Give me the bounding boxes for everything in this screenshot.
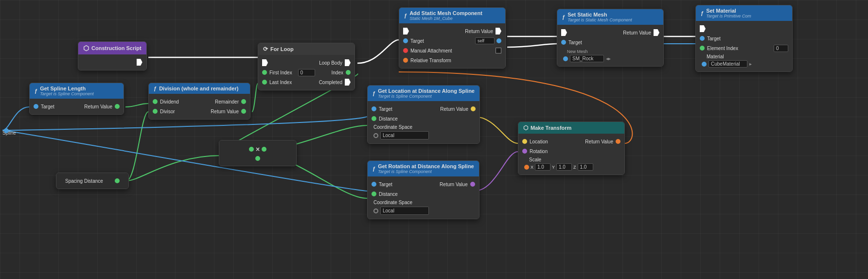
- setstaticmesh-title: Set Static Mesh: [567, 12, 632, 17]
- division-dividend-pin: [153, 99, 158, 104]
- forloop-loopbody-out[interactable]: [345, 59, 351, 66]
- addmesh-returnval-label: Return Value: [409, 29, 496, 34]
- setmaterial-material-input[interactable]: [709, 60, 747, 68]
- getlocation-target-label: Target: [376, 106, 424, 112]
- multiply-in1-pin: [249, 147, 254, 152]
- setstaticmesh-exec-in[interactable]: [561, 29, 567, 36]
- splinelength-header: ƒ Get Spline Length Target is Spline Com…: [30, 83, 124, 99]
- forloop-firstindex-input[interactable]: [298, 69, 315, 76]
- setstaticmesh-mesh-input[interactable]: [570, 55, 604, 62]
- setmaterial-subtitle: Target is Primitive Com: [706, 14, 751, 18]
- construction-script-header: ⬡ Construction Script: [78, 42, 146, 54]
- division-node: ƒ Division (whole and remainder) Dividen…: [148, 83, 250, 120]
- addmesh-title: Add Static Mesh Component: [409, 10, 482, 16]
- addmesh-target-label: Target: [408, 38, 475, 44]
- addmesh-reltransform-pin: [403, 58, 408, 63]
- addmesh-manualattach-pin: [403, 48, 408, 53]
- setmaterial-exec-in[interactable]: [700, 25, 706, 32]
- forloop-completed-out[interactable]: [345, 79, 351, 86]
- addmesh-header: ƒ Add Static Mesh Component Static Mesh …: [399, 8, 505, 23]
- get-location-node: ƒ Get Location at Distance Along Spline …: [367, 85, 480, 144]
- maketransform-x-input[interactable]: [535, 163, 550, 171]
- setstaticmesh-returnval-label: Return Value: [567, 30, 654, 35]
- spacing-distance-node: Spacing Distance: [56, 173, 129, 189]
- addmesh-subtitle: Static Mesh 1M_Cube: [409, 16, 482, 21]
- division-title: Division (whole and remainder): [159, 86, 238, 91]
- getrotation-header: ƒ Get Rotation at Distance Along Spline …: [368, 161, 479, 176]
- setmaterial-elemidx-input[interactable]: [774, 45, 788, 52]
- maketransform-title: Make Transform: [531, 125, 571, 131]
- addmesh-reltransform-label: Relative Transform: [408, 58, 501, 63]
- getrotation-target-label: Target: [376, 182, 423, 187]
- setmaterial-header: ƒ Set Material Target is Primitive Com: [696, 5, 792, 21]
- construction-script-title: Construction Script: [91, 45, 142, 51]
- getlocation-target-pin: [372, 106, 376, 111]
- maketransform-z-label: Z: [573, 165, 576, 170]
- addmesh-exec-in[interactable]: [403, 28, 409, 35]
- setmaterial-title: Set Material: [706, 8, 751, 14]
- maketransform-z-input[interactable]: [578, 163, 593, 171]
- division-divisor-pin: [153, 109, 158, 114]
- loop-body-label: Loop Body: [268, 60, 345, 66]
- construction-exec-out[interactable]: [137, 59, 142, 66]
- maketransform-x-label: X: [531, 165, 533, 170]
- set-static-mesh-node: ƒ Set Static Mesh Target is Static Mesh …: [557, 9, 664, 67]
- maketransform-y-label: Y: [552, 165, 555, 170]
- setmaterial-elemidx-label: Element Index: [705, 46, 772, 51]
- addmesh-manual-checkbox[interactable]: [496, 48, 501, 53]
- division-return-pin: [241, 109, 246, 114]
- setmaterial-target-label: Target: [705, 36, 788, 41]
- getlocation-distance-pin: [372, 116, 376, 121]
- splinelength-target-label: Target: [38, 104, 77, 109]
- addmesh-self-input[interactable]: [475, 37, 495, 44]
- forloop-firstindex-label: First Index: [267, 70, 298, 75]
- forloop-title: For Loop: [270, 46, 294, 52]
- spacing-out-pin: [115, 178, 120, 183]
- division-remainder-pin: [241, 99, 246, 104]
- maketransform-scale-pin: [524, 165, 529, 170]
- maketransform-location-pin: [522, 139, 527, 144]
- addmesh-manual-label: Manual Attachment: [408, 48, 496, 53]
- forloop-node: ⟳ For Loop Loop Body First Index Index L…: [258, 43, 355, 90]
- getrotation-coordspace-label: Coordinate Space: [372, 200, 412, 205]
- maketransform-rotation-label: Rotation: [527, 149, 620, 154]
- division-dividend-label: Dividend: [158, 99, 199, 105]
- splinelength-subtitle: Target is Spline Component: [40, 91, 94, 96]
- set-material-node: ƒ Set Material Target is Primitive Com T…: [695, 5, 793, 72]
- multiply-out-pin: [262, 147, 266, 152]
- setmaterial-material-label: Material: [700, 54, 724, 59]
- setstaticmesh-newmesh-label: New Mesh: [561, 49, 588, 54]
- getrotation-distance-label: Distance: [376, 192, 475, 197]
- setmaterial-material-pin: [702, 62, 707, 67]
- getrotation-coordspace-select[interactable]: Local World: [380, 207, 429, 215]
- setmaterial-arrows: ▸: [749, 61, 752, 67]
- setstaticmesh-newmesh-pin: [563, 56, 568, 61]
- maketransform-y-input[interactable]: [556, 163, 572, 171]
- getlocation-coordspace-select[interactable]: Local World: [380, 131, 429, 140]
- setmaterial-target-pin: [700, 36, 705, 41]
- spline-pin: [4, 128, 9, 133]
- multiply-in2-pin: [255, 156, 260, 161]
- setstaticmesh-header: ƒ Set Static Mesh Target is Static Mesh …: [557, 9, 663, 25]
- getlocation-returnval-label: Return Value: [424, 106, 471, 112]
- setstaticmesh-target-label: Target: [566, 40, 659, 45]
- setstaticmesh-exec-out[interactable]: [654, 29, 659, 36]
- getrotation-distance-pin: [372, 192, 376, 196]
- getlocation-coordspace-label: Coordinate Space: [372, 124, 412, 130]
- splinelength-title: Get Spline Length: [40, 86, 94, 91]
- getlocation-header: ƒ Get Location at Distance Along Spline …: [368, 86, 479, 101]
- getlocation-distance-label: Distance: [376, 116, 476, 122]
- forloop-exec-in[interactable]: [262, 59, 268, 66]
- getrotation-return-pin: [470, 182, 475, 187]
- maketransform-location-label: Location: [527, 139, 571, 144]
- division-header: ƒ Division (whole and remainder): [149, 83, 250, 94]
- maketransform-header: ⬡ Make Transform: [518, 122, 624, 134]
- division-returnval-label: Return Value: [199, 109, 241, 114]
- maketransform-scale-label: Scale: [522, 157, 541, 162]
- getlocation-subtitle: Target is Spline Component: [378, 94, 475, 99]
- multiply-node: ×: [219, 140, 297, 166]
- setmaterial-elemidx-pin: [700, 46, 705, 51]
- get-spline-length-node: ƒ Get Spline Length Target is Spline Com…: [29, 83, 124, 115]
- addmesh-exec-out[interactable]: [496, 28, 501, 35]
- forloop-firstindex-pin: [262, 70, 267, 75]
